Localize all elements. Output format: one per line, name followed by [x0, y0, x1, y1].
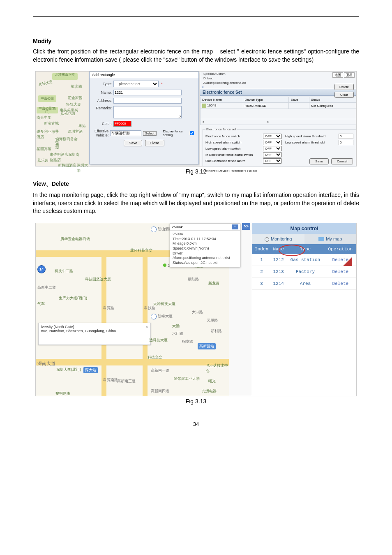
tab-label: My map: [326, 236, 342, 241]
popup-save-button[interactable]: Save: [124, 140, 142, 146]
annotation-ellipse: [279, 245, 305, 256]
out-fence-select[interactable]: OFF: [263, 158, 282, 164]
poi: 九洲电器: [202, 388, 217, 394]
panel-save-button[interactable]: Save: [309, 158, 328, 164]
fence-switch-select[interactable]: OFF: [263, 134, 282, 139]
delete-link[interactable]: Delete: [325, 266, 356, 278]
display-fence-checkbox[interactable]: [190, 131, 194, 135]
close-icon[interactable]: ×: [146, 325, 148, 329]
tab-satellite[interactable]: 卫星: [344, 72, 355, 78]
type-select[interactable]: --please select--: [113, 81, 159, 87]
name-input[interactable]: [113, 90, 182, 95]
poi: 生产力大楼(西门): [59, 296, 87, 301]
low-thresh-input[interactable]: [339, 140, 353, 145]
tab-my-map[interactable]: My map: [304, 234, 357, 244]
road-label: 虹步路: [71, 84, 82, 89]
poi: 新龙百: [208, 281, 219, 286]
retrieve-status: Retrieved Device Parameters Failed!: [200, 167, 356, 174]
road-shennan: [36, 359, 229, 365]
cell-type: Factory: [286, 266, 324, 278]
status-alarm: Alarm:positioning antenna ab: [202, 81, 248, 85]
delete-button[interactable]: Delete: [334, 84, 354, 90]
road-label: 铜堂路: [182, 339, 193, 345]
address-input[interactable]: [113, 98, 182, 104]
popup-driver: Driver:: [173, 251, 238, 256]
poi: 星园宾馆: [37, 146, 51, 152]
th-device-name: Device Name: [201, 97, 243, 103]
search-line1: iversity (North Gate): [41, 325, 148, 329]
tab-map[interactable]: 地图: [332, 72, 343, 78]
table-row[interactable]: 10049 H09t2-Mini-SD Not Configured: [201, 103, 356, 109]
color-chip[interactable]: FF0000: [113, 121, 131, 127]
road-label: 水厂路: [172, 331, 183, 336]
in-fence-label: In Electronce fence alarm switch: [205, 153, 263, 157]
low-thresh-label: Low speed alarm threshold: [285, 141, 339, 144]
th-save: Save: [289, 97, 309, 103]
radio-icon: [265, 237, 269, 242]
in-fence-select[interactable]: OFF: [263, 152, 282, 157]
lane-label: 高新南一道: [151, 368, 169, 373]
device-icon: [202, 104, 206, 108]
map-control-panel: Map control Monitoring My map Index Name…: [252, 223, 356, 396]
poi: 北环科苑立交: [130, 248, 152, 253]
fence-legend: Electronce fence set: [205, 127, 237, 131]
poi: 大涌: [172, 324, 180, 329]
low-speed-select[interactable]: OFF: [263, 146, 282, 151]
figure-3-13: 地图 卫星 朗山酒店 腾华五金电器商场 北环科苑立交 高新中二道 科技中二路 科…: [35, 223, 357, 396]
page-number: 34: [33, 421, 359, 427]
out-fence-label: Out Electronce fence alarm: [205, 159, 263, 163]
poi: 达科技大厦: [149, 338, 168, 343]
poi: 粤港: [78, 123, 86, 129]
display-fence-label: Display fence setting: [163, 130, 188, 137]
lane-label: 高新南三道: [117, 379, 136, 384]
poi: 南头中学: [37, 115, 51, 120]
popup-status: Status:Acc open 2G not exi: [173, 261, 238, 266]
table-row[interactable]: 1 1212 Gas station Delete: [252, 254, 356, 266]
cell-index: 1: [252, 254, 271, 266]
popup-id: 25004:: [172, 225, 183, 229]
high-thresh-input[interactable]: [339, 134, 353, 139]
annotation-triangle: [343, 257, 352, 266]
popup-alarm: Alarm:positioning antenna not exist: [173, 256, 238, 261]
expand-panel-button[interactable]: >>: [242, 223, 250, 230]
panel-cancel-button[interactable]: Cancel: [331, 158, 353, 164]
popup-dev: 25004: [173, 232, 238, 237]
poi: 北环南山立交: [52, 73, 78, 80]
remarks-textarea[interactable]: [113, 106, 182, 118]
section-title: Electronic fence Set: [200, 89, 356, 96]
clear-button[interactable]: Clear: [334, 92, 354, 98]
popup-close-button[interactable]: Close: [145, 140, 164, 146]
tab-label: Monitoring: [271, 236, 292, 241]
status-driver: Driver:: [202, 76, 248, 81]
road-label: 北环大道: [38, 79, 53, 88]
status-speed: Speed:0.0km/h: [202, 72, 248, 76]
poi: 中山公园: [38, 95, 56, 102]
add-rectangle-popup: Add rectangle Type: --please select-- * …: [89, 72, 199, 164]
close-icon[interactable]: ×: [200, 85, 356, 89]
table-row[interactable]: 3 1214 Area Delete: [252, 278, 356, 289]
select-vehicle-button[interactable]: Select: [143, 131, 156, 136]
poi: 科技中二路: [55, 268, 73, 274]
map-control-title: Map control: [252, 223, 356, 234]
lane-label: 高新南四道: [151, 388, 169, 394]
table-row[interactable]: 2 1213 Factory Delete: [252, 266, 356, 278]
poi: 深圳大学: [77, 163, 89, 173]
cell-name: 1212: [271, 254, 286, 266]
popup-time: Time:2013-01-11 17:52:34: [173, 237, 238, 242]
type-label: Type:: [93, 82, 113, 86]
poi: 中山公园(西门): [37, 107, 58, 113]
marker-14[interactable]: 14: [37, 265, 46, 273]
th-index: Index: [252, 244, 271, 254]
search-line2: nue, Nanshan, Shenzhen, Guangdong, China: [41, 329, 148, 333]
minimize-icon[interactable]: ⌃: [232, 224, 238, 229]
popup-speed: Speed:0.0km/h(North): [173, 246, 238, 251]
high-speed-select[interactable]: OFF: [263, 140, 282, 145]
required-asterisk: *: [161, 82, 163, 86]
metro-station: 高新园站: [198, 343, 216, 349]
effective-vehicle-input[interactable]: [110, 130, 141, 136]
tab-monitoring[interactable]: Monitoring: [252, 234, 304, 244]
metro-station: 深大站: [83, 367, 98, 373]
cell-name: 1214: [271, 278, 286, 289]
delete-link[interactable]: Delete: [325, 278, 356, 289]
high-speed-label: High speed alarm switch: [205, 141, 263, 144]
